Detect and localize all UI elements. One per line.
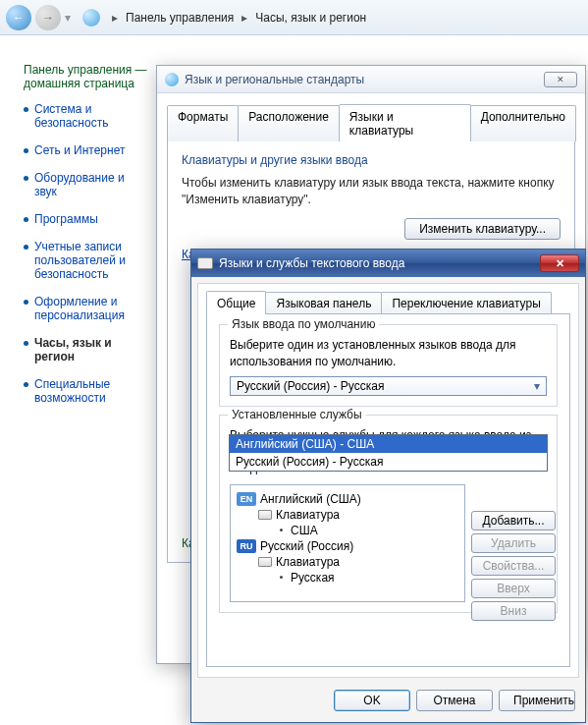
bullet-icon [24, 107, 28, 112]
bullet-icon [24, 148, 28, 153]
sidebar-item-label: Сеть и Интернет [34, 143, 125, 157]
move-down-button[interactable]: Вниз [471, 601, 556, 621]
bullet-icon [24, 341, 28, 346]
bullet-icon [24, 176, 28, 181]
sidebar-item-label: Оформление и персонализация [34, 295, 147, 322]
tab-strip: ФорматыРасположениеЯзыки и клавиатурыДоп… [157, 93, 585, 141]
tab[interactable]: Дополнительно [470, 105, 576, 141]
sidebar-item[interactable]: Специальные возможности [24, 377, 147, 405]
bullet-icon [24, 300, 28, 305]
sidebar-item-label: Оборудование и звук [34, 171, 147, 198]
default-language-combo[interactable]: Русский (Россия) - Русская ▾ [230, 376, 547, 396]
close-button[interactable]: ✕ [544, 72, 577, 87]
remove-button[interactable]: Удалить [471, 533, 556, 553]
sidebar-item[interactable]: Оборудование и звук [24, 171, 147, 198]
sidebar-item[interactable]: Сеть и Интернет [24, 143, 147, 157]
sidebar-item[interactable]: Программы [24, 212, 147, 226]
dialog-footer: OK Отмена Применить [191, 684, 585, 717]
sidebar-item[interactable]: Система и безопасность [24, 102, 147, 130]
sidebar: Панель управления — домашняя страница Си… [0, 49, 157, 418]
keyboard-icon [197, 257, 213, 269]
tree-keyboard-node[interactable]: Клавиатура [237, 554, 458, 570]
address-bar: ← → ▾ ▸ Панель управления ▸ Часы, язык и… [0, 0, 588, 35]
tab[interactable]: Языки и клавиатуры [339, 104, 471, 141]
ok-button[interactable]: OK [334, 690, 410, 711]
chevron-down-icon: ▾ [530, 379, 544, 393]
sidebar-item-label: Часы, язык и регион [34, 336, 147, 363]
sidebar-item-label: Учетные записи пользователей и безопасно… [34, 240, 147, 281]
bullet-icon [24, 245, 28, 250]
tab[interactable]: Расположение [238, 105, 340, 141]
tree-label: США [291, 524, 318, 537]
en-badge-icon: EN [237, 492, 256, 506]
tree-label: Английский (США) [260, 492, 361, 506]
tab[interactable]: Языковая панель [265, 292, 382, 314]
keyboard-icon [258, 510, 272, 520]
default-language-text: Выберите один из установленных языков вв… [230, 337, 547, 370]
breadcrumb-sep: ▸ [108, 11, 122, 25]
sidebar-item[interactable]: Часы, язык и регион [24, 336, 147, 363]
close-button[interactable]: ✕ [540, 254, 579, 272]
breadcrumb-clock-language-region[interactable]: Часы, язык и регион [255, 11, 366, 25]
tree-lang-english[interactable]: EN Английский (США) [237, 491, 458, 507]
ru-badge-icon: RU [237, 539, 256, 553]
move-up-button[interactable]: Вверх [471, 579, 556, 598]
language-dropdown-list[interactable]: Английский (США) - СШАРусский (Россия) -… [229, 434, 548, 472]
tab-body: Язык ввода по умолчанию Выберите один из… [206, 313, 570, 667]
dropdown-arrow-icon[interactable]: ▾ [65, 11, 71, 25]
breadcrumb-control-panel[interactable]: Панель управления [126, 11, 234, 25]
tree-label: Клавиатура [276, 508, 340, 522]
tab[interactable]: Переключение клавиатуры [381, 292, 551, 314]
breadcrumb-sep: ▸ [238, 11, 251, 25]
bullet-icon [280, 529, 283, 531]
dialog-title: Языки и службы текстового ввода [219, 256, 404, 270]
globe-icon [165, 73, 179, 86]
tree-layout-us[interactable]: США [237, 523, 458, 538]
text-input-services-dialog: Языки и службы текстового ввода ✕ ОбщиеЯ… [190, 249, 586, 723]
body-text: Чтобы изменить клавиатуру или язык ввода… [182, 175, 561, 208]
titlebar: Язык и региональные стандарты ✕ [157, 66, 585, 93]
dialog-title: Язык и региональные стандарты [185, 73, 364, 86]
legend: Язык ввода по умолчанию [228, 317, 379, 331]
dropdown-option[interactable]: Русский (Россия) - Русская [230, 453, 547, 471]
cancel-button[interactable]: Отмена [416, 690, 493, 711]
sidebar-item[interactable]: Оформление и персонализация [24, 295, 147, 322]
tree-label: Русская [291, 571, 335, 585]
sidebar-item-label: Программы [34, 212, 98, 226]
add-button[interactable]: Добавить... [471, 511, 556, 530]
keyboard-icon [258, 557, 272, 567]
dropdown-option[interactable]: Английский (США) - США [230, 435, 547, 453]
language-tree[interactable]: EN Английский (США) Клавиатура США RU Ру… [230, 484, 465, 602]
tree-keyboard-node[interactable]: Клавиатура [237, 507, 458, 523]
control-panel-home-link[interactable]: Панель управления — домашняя страница [24, 63, 147, 90]
globe-icon [82, 9, 100, 27]
tree-label: Русский (Россия) [260, 539, 353, 553]
tree-button-column: Добавить... Удалить Свойства... Вверх Вн… [471, 511, 556, 621]
tab[interactable]: Форматы [167, 105, 239, 141]
tab-strip: ОбщиеЯзыковая панельПереключение клавиат… [206, 292, 570, 314]
tree-layout-russian[interactable]: Русская [237, 570, 458, 586]
sidebar-item-label: Система и безопасность [34, 102, 147, 130]
bullet-icon [280, 576, 283, 579]
tab[interactable]: Общие [206, 291, 266, 314]
change-keyboard-button[interactable]: Изменить клавиатуру... [404, 218, 561, 240]
bullet-icon [24, 382, 28, 387]
sidebar-item-label: Специальные возможности [34, 377, 147, 405]
tree-label: Клавиатура [276, 555, 340, 569]
apply-button[interactable]: Применить [499, 690, 575, 711]
forward-button[interactable]: → [35, 5, 61, 30]
back-button[interactable]: ← [6, 5, 31, 30]
tree-lang-russian[interactable]: RU Русский (Россия) [237, 538, 458, 554]
titlebar: Языки и службы текстового ввода ✕ [191, 250, 585, 277]
group-title: Клавиатуры и другие языки ввода [182, 153, 561, 167]
default-language-group: Язык ввода по умолчанию Выберите один из… [219, 324, 558, 407]
combo-value: Русский (Россия) - Русская [237, 379, 384, 393]
sidebar-item[interactable]: Учетные записи пользователей и безопасно… [24, 240, 147, 281]
properties-button[interactable]: Свойства... [471, 556, 556, 576]
bullet-icon [24, 217, 28, 222]
legend: Установленные службы [228, 408, 366, 421]
